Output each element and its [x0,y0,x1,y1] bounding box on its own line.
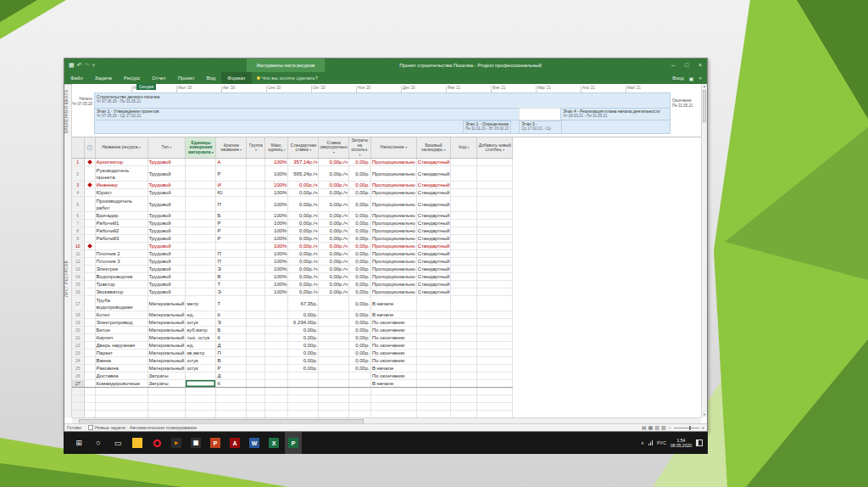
col-resource-name[interactable]: Название ресурса ▾ [95,137,147,159]
col-add-new[interactable]: Добавить новый столбец ▾ [477,137,513,159]
tab-report[interactable]: Отчет [146,72,171,84]
horizontal-scrollbar[interactable] [72,417,701,423]
table-row[interactable]: 22Дверь наружнаяМатериальныйед.Д0,00р.0,… [72,342,513,350]
col-cost-per-use[interactable]: Затраты на использ. ▾ [348,137,370,159]
zoom-slider-thumb[interactable] [689,426,691,430]
language-indicator[interactable]: РУС [657,440,666,445]
tab-format[interactable]: Формат [221,72,251,84]
taskbar-task-view-icon[interactable]: ▭ [109,432,126,454]
network-icon[interactable] [648,440,653,445]
filter-arrow-icon[interactable]: ▾ [333,150,335,154]
redo-icon[interactable]: ↷ [85,59,90,72]
table-row[interactable]: 19ЭлектроприводМатериальныйштукЭ6 294,00… [72,319,513,327]
tab-file[interactable]: Файл [64,72,89,84]
table-row[interactable]: 5Производитель работТрудовойП100%0,00р./… [72,197,513,212]
gantt-view-icon[interactable]: ▤ [642,424,647,432]
col-max-units[interactable]: Макс. единиц ▾ [265,137,288,159]
table-row[interactable]: 18КотелМатериальныйед.К0,00р.0,00р.В нач… [72,311,513,319]
table-row[interactable]: 12Плотник 3ТрудовойП100%0,00р./ч0,00р./ч… [72,258,513,266]
table-row[interactable]: 21КирпичМатериальныйтыс. штукК0,00р.0,00… [72,334,513,342]
vertical-scroll-thumb[interactable] [703,90,706,122]
qat-customize-icon[interactable]: ▾ [92,59,95,72]
table-row[interactable]: 4ЮристТрудовойЮ100%0,00р./ч0,00р./ч0,00р… [72,189,513,197]
col-type[interactable]: Тип ▾ [147,137,186,159]
filter-arrow-icon[interactable]: ▾ [212,150,214,154]
zoom-in-button[interactable]: + [702,425,704,430]
taskbar-powerpoint-icon[interactable]: P [207,432,224,454]
active-cell[interactable] [186,380,216,388]
filter-arrow-icon[interactable]: ▾ [444,148,446,152]
table-row[interactable]: 27КомандировочныеЗатратыКВ начале [72,380,513,388]
hidden-icons-chevron[interactable]: ∧ [641,440,644,445]
filter-arrow-icon[interactable]: ▾ [170,145,171,149]
table-row[interactable]: 20БетонМатериальныйкуб.метрБ0,00р.0,00р.… [72,327,513,334]
vertical-scrollbar[interactable]: ▲ ▼ [701,84,707,417]
col-accrual[interactable]: Начисление ▾ [370,137,416,159]
col-std-rate[interactable]: Стандартная ставка ▾ [288,137,319,159]
scroll-up-icon[interactable]: ▲ [702,84,707,89]
table-row[interactable]: 3ИнженерТрудовойИ100%0,00р./ч0,00р./ч0,0… [72,182,513,189]
save-icon[interactable]: ▦ [69,59,75,72]
new-tasks-mode[interactable]: Новые задачи : Автоматическое планирован… [95,425,197,430]
table-row[interactable]: 24ВаннаМатериальныйштукВ0,00р.0,00р.По о… [72,357,513,365]
table-row[interactable]: 7Рабочий1ТрудовойР100%0,00р./ч0,00р./ч0,… [72,220,513,227]
taskbar-excel-icon[interactable]: X [265,432,282,454]
col-ovt-rate[interactable]: Ставка сверхурочных ▾ [319,137,348,159]
maximize-button[interactable]: □ [680,59,693,72]
taskbar-calculator-icon[interactable]: ▦ [187,432,204,454]
report-view-icon[interactable]: ▧ [661,424,666,432]
tab-resource[interactable]: Ресурс [118,72,146,84]
timeline-phase3-bar[interactable]: Этап 3 - Ср 17.02.21 - Ср [519,120,561,134]
col-group[interactable]: Группа ▾ [247,137,265,159]
undo-icon[interactable]: ↶ [77,59,82,72]
taskbar-word-icon[interactable]: W [246,432,263,454]
filter-arrow-icon[interactable]: ▾ [467,145,469,149]
taskbar-explorer-icon[interactable] [129,432,146,454]
minimize-button[interactable]: – [666,59,680,72]
table-row[interactable]: 14ВодопроводчикТрудовойВ100%0,00р./ч0,00… [72,273,513,281]
tab-view[interactable]: Вид [200,72,221,84]
table-row[interactable]: 10Трудовой100%0,00р./ч0,00р./ч0,00р.Проп… [72,243,513,250]
table-row[interactable]: 11Плотник 2ТрудовойП100%0,00р./ч0,00р./ч… [72,250,513,258]
filter-arrow-icon[interactable]: ▾ [284,148,286,152]
filter-arrow-icon[interactable]: ▾ [240,148,242,152]
filter-arrow-icon[interactable]: ▾ [309,148,311,152]
col-indicators[interactable]: ⓘ [84,137,95,159]
timeline-summary-bar[interactable]: Строительство дачного поселка Чт 07.05.2… [97,94,668,104]
filter-arrow-icon[interactable]: ▾ [255,148,257,152]
notification-center-icon[interactable] [696,439,703,446]
tab-task[interactable]: Задача [89,72,118,84]
timeline-phase4-bar[interactable]: Этап 4 - Реализация плана начала деятель… [560,108,670,120]
timeline-pane-label[interactable]: ВРЕМЕННАЯ ШКАЛА [64,84,72,137]
col-material-units[interactable]: Единицы измерения материала ▾ [186,137,216,159]
table-row[interactable]: 17Труба водопроводнаяМатериальныйметрТ67… [72,296,513,311]
table-row[interactable]: 16ЭкскаваторТрудовойЭ100%0,00р./ч0,00р./… [72,288,513,296]
table-row[interactable]: 1АрхитекторТрудовойА100%357,14р./ч0,00р.… [72,159,513,166]
taskbar-project-icon[interactable]: P [285,432,302,454]
zoom-slider[interactable] [674,428,699,428]
table-row[interactable]: 23ПаркетМатериальныйкв.метрП0,00р.0,00р.… [72,350,513,357]
timeline-phase1-bar[interactable]: Этап 1 - Утверждение проектов Чт 07.05.2… [94,108,520,120]
timeline-phase2-bar[interactable]: Этап 2 - Определение Пн 11.01.21 - Вт 16… [463,120,511,134]
col-code[interactable]: Код ▾ [451,137,477,159]
filter-arrow-icon[interactable]: ▾ [359,153,360,157]
table-row[interactable]: 13ЭлектрикТрудовойЭ100%0,00р./ч0,00р./ч0… [72,266,513,273]
tab-project[interactable]: Проект [172,72,201,84]
table-row[interactable]: 6БригадирТрудовойБ100%0,00р./ч0,00р./ч0,… [72,212,513,220]
table-row[interactable]: 8Рабочий2ТрудовойР100%0,00р./ч0,00р./ч0,… [72,227,513,235]
table-row[interactable]: 2Руководитель проектаТрудовойР100%595,24… [72,166,513,182]
timeline-canvas[interactable]: Строительство дачного поселка Чт 07.05.2… [94,92,670,134]
table-row[interactable]: 9Рабочий3ТрудовойР100%0,00р./ч0,00р./ч0,… [72,235,513,243]
ribbon-close-icon[interactable]: × [698,76,702,81]
timeline-pane[interactable]: НачалоЧт 07.05.20 ОкончаниеПн 31.05.21 И… [72,84,703,137]
empty-row[interactable] [72,411,513,418]
filter-arrow-icon[interactable]: ▾ [405,145,407,149]
col-initials[interactable]: Краткое название ▾ [216,137,247,159]
zoom-out-button[interactable]: − [669,425,671,430]
taskbar-opera-icon[interactable] [148,432,165,454]
close-button[interactable]: × [693,59,707,72]
taskbar-search-icon[interactable]: ○ [90,432,107,454]
taskbar-start-icon[interactable]: ⊞ [70,432,87,454]
taskbar-acrobat-icon[interactable]: A [226,432,243,454]
sign-in-button[interactable]: Вход [672,76,684,81]
